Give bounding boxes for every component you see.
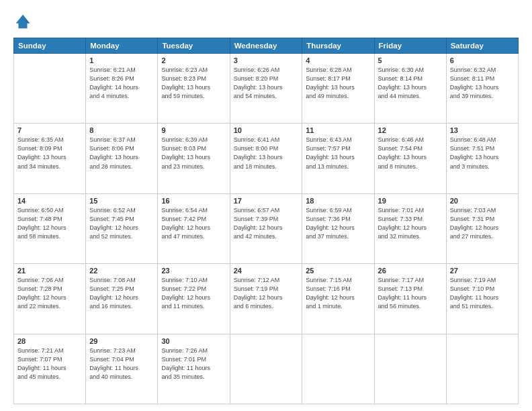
day-number: 12 [378,126,443,134]
day-info: Sunrise: 6:57 AMSunset: 7:39 PMDaylight:… [234,206,299,241]
day-number: 4 [306,56,370,64]
day-info: Sunrise: 7:21 AMSunset: 7:07 PMDaylight:… [17,347,82,381]
day-number: 25 [306,267,370,275]
day-number: 28 [17,337,82,345]
calendar-cell: 18Sunrise: 6:59 AMSunset: 7:36 PMDayligh… [302,193,374,263]
calendar-cell: 16Sunrise: 6:54 AMSunset: 7:42 PMDayligh… [158,193,230,263]
calendar-cell: 11Sunrise: 6:43 AMSunset: 7:57 PMDayligh… [302,124,374,193]
day-number: 1 [89,56,154,64]
calendar-cell: 2Sunrise: 6:23 AMSunset: 8:23 PMDaylight… [158,54,230,124]
day-number: 30 [161,337,226,345]
day-info: Sunrise: 7:03 AMSunset: 7:31 PMDaylight:… [450,206,515,241]
weekday-header-row: SundayMondayTuesdayWednesdayThursdayFrid… [14,38,519,54]
day-info: Sunrise: 7:10 AMSunset: 7:22 PMDaylight:… [161,276,226,311]
day-number: 13 [450,126,515,134]
calendar-table: SundayMondayTuesdayWednesdayThursdayFrid… [13,38,519,404]
day-info: Sunrise: 7:17 AMSunset: 7:13 PMDaylight:… [378,276,443,311]
calendar-cell [230,334,302,404]
calendar-cell: 1Sunrise: 6:21 AMSunset: 8:26 PMDaylight… [86,54,158,124]
day-info: Sunrise: 6:32 AMSunset: 8:11 PMDaylight:… [450,66,515,101]
calendar-cell: 10Sunrise: 6:41 AMSunset: 8:00 PMDayligh… [230,124,302,193]
weekday-header-tuesday: Tuesday [158,38,230,54]
day-number: 22 [89,267,154,275]
day-info: Sunrise: 6:46 AMSunset: 7:54 PMDaylight:… [378,136,443,171]
day-number: 16 [161,197,226,205]
day-info: Sunrise: 7:15 AMSunset: 7:16 PMDaylight:… [306,276,370,311]
day-number: 9 [161,126,226,134]
day-info: Sunrise: 6:30 AMSunset: 8:14 PMDaylight:… [378,66,443,101]
day-info: Sunrise: 6:21 AMSunset: 8:26 PMDaylight:… [89,66,154,101]
week-row-2: 7Sunrise: 6:35 AMSunset: 8:09 PMDaylight… [14,124,519,193]
day-number: 15 [89,197,154,205]
calendar-cell: 13Sunrise: 6:48 AMSunset: 7:51 PMDayligh… [446,124,518,193]
day-number: 29 [89,337,154,345]
day-info: Sunrise: 6:28 AMSunset: 8:17 PMDaylight:… [306,66,370,101]
day-number: 21 [17,267,82,275]
day-info: Sunrise: 6:37 AMSunset: 8:06 PMDaylight:… [89,136,154,171]
day-number: 2 [161,56,226,64]
logo-icon [13,12,32,31]
day-number: 3 [234,56,299,64]
calendar-cell: 22Sunrise: 7:08 AMSunset: 7:25 PMDayligh… [86,264,158,334]
week-row-3: 14Sunrise: 6:50 AMSunset: 7:48 PMDayligh… [14,193,519,263]
day-info: Sunrise: 6:48 AMSunset: 7:51 PMDaylight:… [450,136,515,171]
day-info: Sunrise: 7:06 AMSunset: 7:28 PMDaylight:… [17,276,82,311]
calendar-cell: 20Sunrise: 7:03 AMSunset: 7:31 PMDayligh… [446,193,518,263]
day-info: Sunrise: 6:35 AMSunset: 8:09 PMDaylight:… [17,136,82,171]
day-number: 24 [234,267,299,275]
day-number: 17 [234,197,299,205]
calendar-cell: 7Sunrise: 6:35 AMSunset: 8:09 PMDaylight… [14,124,86,193]
calendar-cell: 9Sunrise: 6:39 AMSunset: 8:03 PMDaylight… [158,124,230,193]
calendar-cell: 27Sunrise: 7:19 AMSunset: 7:10 PMDayligh… [446,264,518,334]
calendar-cell: 26Sunrise: 7:17 AMSunset: 7:13 PMDayligh… [374,264,446,334]
day-number: 18 [306,197,370,205]
day-info: Sunrise: 6:54 AMSunset: 7:42 PMDaylight:… [161,206,226,241]
weekday-header-sunday: Sunday [14,38,86,54]
weekday-header-monday: Monday [86,38,158,54]
day-number: 6 [450,56,515,64]
week-row-5: 28Sunrise: 7:21 AMSunset: 7:07 PMDayligh… [14,334,519,404]
day-info: Sunrise: 6:41 AMSunset: 8:00 PMDaylight:… [234,136,299,171]
calendar-cell: 8Sunrise: 6:37 AMSunset: 8:06 PMDaylight… [86,124,158,193]
day-number: 11 [306,126,370,134]
calendar-cell: 15Sunrise: 6:52 AMSunset: 7:45 PMDayligh… [86,193,158,263]
weekday-header-wednesday: Wednesday [230,38,302,54]
day-info: Sunrise: 7:12 AMSunset: 7:19 PMDaylight:… [234,276,299,311]
day-info: Sunrise: 7:26 AMSunset: 7:01 PMDaylight:… [161,347,226,381]
day-info: Sunrise: 6:43 AMSunset: 7:57 PMDaylight:… [306,136,370,171]
calendar-cell: 5Sunrise: 6:30 AMSunset: 8:14 PMDaylight… [374,54,446,124]
calendar-cell: 24Sunrise: 7:12 AMSunset: 7:19 PMDayligh… [230,264,302,334]
day-number: 10 [234,126,299,134]
calendar-cell: 25Sunrise: 7:15 AMSunset: 7:16 PMDayligh… [302,264,374,334]
day-number: 8 [89,126,154,134]
calendar-cell [446,334,518,404]
day-info: Sunrise: 6:59 AMSunset: 7:36 PMDaylight:… [306,206,370,241]
day-info: Sunrise: 6:39 AMSunset: 8:03 PMDaylight:… [161,136,226,171]
calendar-cell [374,334,446,404]
calendar-cell [302,334,374,404]
calendar-cell: 21Sunrise: 7:06 AMSunset: 7:28 PMDayligh… [14,264,86,334]
day-info: Sunrise: 6:52 AMSunset: 7:45 PMDaylight:… [89,206,154,241]
calendar-cell: 23Sunrise: 7:10 AMSunset: 7:22 PMDayligh… [158,264,230,334]
calendar-cell: 4Sunrise: 6:28 AMSunset: 8:17 PMDaylight… [302,54,374,124]
day-number: 7 [17,126,82,134]
header [13,12,519,31]
day-info: Sunrise: 7:08 AMSunset: 7:25 PMDaylight:… [89,276,154,311]
calendar-cell [14,54,86,124]
day-number: 20 [450,197,515,205]
calendar-cell: 29Sunrise: 7:23 AMSunset: 7:04 PMDayligh… [86,334,158,404]
day-number: 5 [378,56,443,64]
day-number: 23 [161,267,226,275]
weekday-header-thursday: Thursday [302,38,374,54]
calendar-cell: 17Sunrise: 6:57 AMSunset: 7:39 PMDayligh… [230,193,302,263]
day-info: Sunrise: 6:26 AMSunset: 8:20 PMDaylight:… [234,66,299,101]
day-info: Sunrise: 6:23 AMSunset: 8:23 PMDaylight:… [161,66,226,101]
week-row-4: 21Sunrise: 7:06 AMSunset: 7:28 PMDayligh… [14,264,519,334]
calendar-cell: 30Sunrise: 7:26 AMSunset: 7:01 PMDayligh… [158,334,230,404]
calendar-cell: 28Sunrise: 7:21 AMSunset: 7:07 PMDayligh… [14,334,86,404]
day-info: Sunrise: 7:19 AMSunset: 7:10 PMDaylight:… [450,276,515,311]
day-info: Sunrise: 7:23 AMSunset: 7:04 PMDaylight:… [89,347,154,381]
day-number: 19 [378,197,443,205]
calendar-cell: 6Sunrise: 6:32 AMSunset: 8:11 PMDaylight… [446,54,518,124]
day-number: 27 [450,267,515,275]
